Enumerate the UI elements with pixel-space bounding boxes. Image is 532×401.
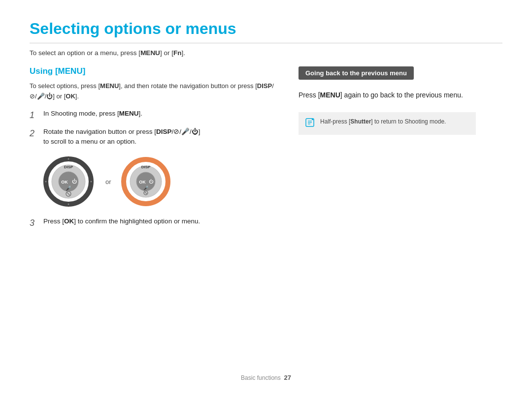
two-col-layout: Using [MENU] To select options, press [M…	[30, 66, 502, 369]
section-description: To select options, press [MENU], and the…	[30, 81, 279, 102]
dial-black: DISP OK ⏻ 🎤	[41, 154, 96, 209]
footer-page-num: 27	[284, 374, 291, 381]
page-subtitle: To select an option or a menu, press [ME…	[30, 49, 502, 57]
subtitle-fn: Fn	[173, 49, 182, 57]
desc-icon2: 🎤	[37, 93, 45, 100]
svg-point-3	[68, 158, 69, 160]
desc-icon1: ⊘	[30, 93, 35, 100]
step-3-text: Press [OK] to confirm the highlighted op…	[43, 216, 200, 226]
step-1-text: In Shooting mode, press [MENU].	[43, 109, 142, 119]
desc-icon3: ⏻	[46, 93, 53, 100]
step-2: 2 Rotate the navigation button or press …	[30, 127, 279, 147]
step-3: 3 Press [OK] to confirm the highlighted …	[30, 216, 279, 230]
footer-text: Basic functions	[241, 374, 281, 381]
step2-icon2: 🎤	[181, 128, 190, 135]
left-column: Using [MENU] To select options, press [M…	[30, 66, 279, 369]
svg-text:DISP: DISP	[141, 165, 150, 169]
right-menu-bold: MENU	[320, 91, 340, 99]
step-3-num: 3	[30, 216, 40, 230]
desc-menu: MENU	[100, 82, 119, 90]
back-menu-header: Going back to the previous menu	[299, 66, 414, 80]
desc-disp: DISP	[257, 82, 272, 90]
or-label: or	[105, 178, 111, 185]
step3-ok: OK	[64, 217, 74, 225]
step2-icon3: ⏻	[192, 128, 199, 135]
dial-area: DISP OK ⏻ 🎤 or	[41, 154, 279, 209]
right-column: Going back to the previous menu Press [M…	[299, 66, 502, 369]
svg-text:🎤: 🎤	[143, 185, 149, 191]
press-menu-text: Press [MENU] again to go back to the pre…	[299, 90, 502, 100]
subtitle-mid: ] or [	[160, 49, 173, 57]
page-title: Selecting options or menus	[30, 20, 502, 43]
svg-text:OK: OK	[61, 180, 68, 185]
note-shutter: Shutter	[350, 118, 371, 125]
step-1-num: 1	[30, 109, 40, 122]
svg-text:⏻: ⏻	[72, 179, 77, 184]
step-2-num: 2	[30, 127, 40, 140]
svg-point-4	[68, 204, 69, 205]
step-1: 1 In Shooting mode, press [MENU].	[30, 109, 279, 122]
step1-menu: MENU	[119, 110, 139, 117]
subtitle-pre: To select an option or a menu, press [	[30, 49, 140, 57]
note-text: Half-press [Shutter] to return to Shooti…	[320, 117, 446, 126]
desc-ok: OK	[66, 93, 75, 100]
svg-text:🎤: 🎤	[66, 185, 72, 191]
step2-disp: DISP	[156, 128, 172, 135]
page-footer: Basic functions 27	[30, 369, 502, 381]
using-menu-title: Using [MENU]	[30, 66, 279, 76]
svg-text:⏻: ⏻	[148, 179, 153, 184]
page: Selecting options or menus To select an …	[0, 0, 532, 401]
svg-point-6	[91, 181, 92, 183]
note-icon	[305, 118, 315, 130]
subtitle-menu: MENU	[140, 49, 160, 57]
svg-text:OK: OK	[139, 180, 146, 185]
step-2-line2: to scroll to a menu or an option.	[43, 138, 136, 145]
steps-list: 1 In Shooting mode, press [MENU]. 2 Rota…	[30, 109, 279, 147]
subtitle-end: ].	[181, 49, 185, 57]
note-svg-icon	[305, 118, 315, 127]
step2-icon1: ⊘	[173, 128, 179, 135]
svg-point-5	[45, 181, 47, 183]
step-2-text: Rotate the navigation button or press [D…	[43, 127, 200, 147]
dial-orange: DISP OK ⏻ 🎤	[121, 157, 170, 206]
note-box: Half-press [Shutter] to return to Shooti…	[299, 112, 476, 135]
svg-text:DISP: DISP	[64, 165, 73, 169]
